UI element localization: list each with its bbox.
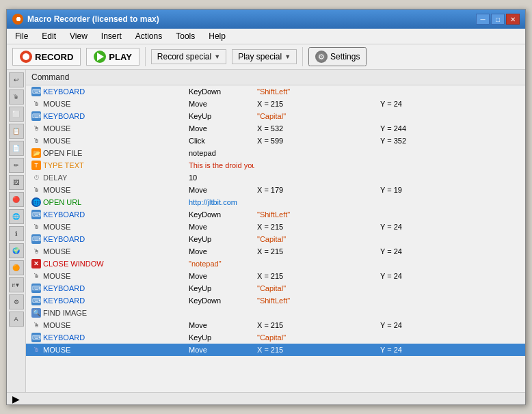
sidebar-icon-if[interactable]: if▼ — [9, 277, 24, 292]
val2-cell — [377, 263, 453, 264]
sidebar-icon-4[interactable]: 📄 — [9, 141, 24, 156]
play-triangle — [97, 53, 104, 61]
play-button[interactable]: PLAY — [86, 48, 139, 66]
menu-file[interactable]: File — [10, 30, 34, 42]
sidebar-icon-2[interactable]: ⬜ — [9, 107, 24, 122]
val1-cell: "Capital" — [254, 234, 377, 244]
table-row[interactable]: ⌨ KEYBOARD KeyDown "ShiftLeft" — [26, 208, 525, 221]
sidebar-icon-9[interactable]: ℹ — [9, 226, 24, 241]
val2-cell — [377, 91, 453, 92]
cmd-cell: 🖱 MOUSE — [29, 271, 186, 281]
maximize-button[interactable]: □ — [491, 14, 505, 25]
menu-help[interactable]: Help — [203, 30, 231, 42]
val2-cell: Y = 24 — [377, 99, 453, 109]
play-icon — [94, 51, 106, 63]
play-special-arrow: ▼ — [284, 53, 291, 60]
title-bar: ⏺ Macro Recorder (licensed to max) ─ □ ✕ — [7, 10, 525, 29]
action-cell: Click — [186, 136, 254, 146]
sidebar-icon-3[interactable]: 📋 — [9, 124, 24, 139]
menu-actions[interactable]: Actions — [130, 30, 168, 42]
record-dot — [23, 53, 29, 60]
table-row[interactable]: 🖱 MOUSE Move X = 215 Y = 24 — [26, 270, 525, 282]
val1-cell: "Capital" — [254, 333, 377, 342]
menu-insert[interactable]: Insert — [96, 30, 127, 42]
play-special-button[interactable]: Play special ▼ — [232, 49, 297, 64]
val2-cell: Y = 352 — [377, 136, 453, 146]
table-row[interactable]: ✕ CLOSE WINDOW "notepad" — [26, 258, 525, 270]
table-row[interactable]: 🌐 OPEN URL http://jltbit.com — [26, 196, 525, 208]
toolbar-separator — [145, 47, 146, 66]
val2-cell: Y = 24 — [377, 247, 453, 256]
sidebar-icon-8[interactable]: 🌐 — [9, 209, 24, 224]
settings-button[interactable]: ⚙ Settings — [308, 47, 367, 66]
record-button[interactable]: RECORD — [12, 48, 81, 66]
main-table-area: Command ⌨ KEYBOARD KeyDown "ShiftLeft" 🖱… — [26, 70, 525, 392]
openfile-icon: 📂 — [31, 148, 41, 158]
toolbar: RECORD PLAY Record special ▼ Play specia… — [7, 44, 525, 70]
val1-cell — [254, 165, 377, 166]
action-cell: 10 — [186, 173, 254, 182]
table-row[interactable]: 🔍 FIND IMAGE — [26, 307, 525, 319]
sidebar-icon-11[interactable]: 🟠 — [9, 260, 24, 275]
record-special-button[interactable]: Record special ▼ — [151, 49, 226, 64]
table-row[interactable]: 🖱 MOUSE Move X = 215 Y = 24 — [26, 221, 525, 233]
header-command: Command — [29, 71, 186, 83]
menu-view[interactable]: View — [64, 30, 93, 42]
table-row[interactable]: ⌨ KEYBOARD KeyUp "Capital" — [26, 331, 525, 344]
table-row[interactable]: ⌨ KEYBOARD KeyUp "Capital" — [26, 233, 525, 245]
table-row[interactable]: ⌨ KEYBOARD KeyUp "Capital" — [26, 110, 525, 122]
val1-cell — [254, 263, 377, 264]
sidebar-icon-10[interactable]: 🌍 — [9, 243, 24, 258]
sidebar-icon-a[interactable]: A — [9, 312, 24, 327]
kb-icon: ⌨ — [31, 111, 41, 121]
sidebar-icon-1[interactable]: 🖱 — [9, 89, 24, 105]
val2-cell — [377, 165, 453, 166]
table-row[interactable]: 🖱 MOUSE Move X = 179 Y = 19 — [26, 184, 525, 196]
title-bar-buttons: ─ □ ✕ — [476, 14, 520, 25]
action-cell — [186, 312, 254, 314]
val1-cell: "Capital" — [254, 111, 377, 121]
sidebar-icon-7[interactable]: 🔴 — [9, 192, 24, 207]
typetext-icon: T — [31, 161, 41, 170]
table-row[interactable]: ⏱ DELAY 10 — [26, 171, 525, 184]
status-bar: ▶ — [7, 392, 525, 404]
table-row[interactable]: 🖱 MOUSE Move X = 215 Y = 24 — [26, 98, 525, 110]
table-row[interactable]: 🖱 MOUSE Move X = 215 Y = 24 — [26, 319, 525, 331]
status-arrow[interactable]: ▶ — [12, 394, 20, 404]
action-cell: KeyDown — [186, 87, 254, 96]
menu-tools[interactable]: Tools — [170, 30, 200, 42]
record-icon — [20, 51, 32, 63]
val1-cell — [254, 312, 377, 314]
table-row[interactable]: T TYPE TEXT This is the droid you're loo… — [26, 159, 525, 171]
sidebar-icon-5[interactable]: ✏ — [9, 158, 24, 173]
left-sidebar: ↩ 🖱 ⬜ 📋 📄 ✏ 🖼 🔴 🌐 ℹ 🌍 🟠 if▼ ⚙ A — [7, 70, 26, 392]
cmd-cell: 🔍 FIND IMAGE — [29, 307, 186, 318]
table-row[interactable]: ⌨ KEYBOARD KeyUp "Capital" — [26, 282, 525, 294]
table-row[interactable]: ⌨ KEYBOARD KeyDown "ShiftLeft" — [26, 294, 525, 307]
table-row-selected[interactable]: 🖱 MOUSE Move X = 215 Y = 24 — [26, 344, 525, 356]
table-row[interactable]: ⌨ KEYBOARD KeyDown "ShiftLeft" — [26, 85, 525, 98]
table-row[interactable]: 🖱 MOUSE Click X = 599 Y = 352 — [26, 135, 525, 147]
val2-cell — [377, 300, 453, 301]
minimize-button[interactable]: ─ — [476, 14, 490, 25]
cmd-cell: 🖱 MOUSE — [29, 320, 186, 331]
cmd-cell: 🖱 MOUSE — [29, 135, 186, 146]
table-row[interactable]: 📂 OPEN FILE notepad — [26, 147, 525, 159]
sidebar-icon-0[interactable]: ↩ — [9, 72, 24, 87]
menu-edit[interactable]: Edit — [36, 30, 62, 42]
action-cell: Move — [186, 247, 254, 256]
app-icon: ⏺ — [12, 14, 23, 25]
val2-cell — [377, 238, 453, 240]
table-row[interactable]: 🖱 MOUSE Move X = 532 Y = 244 — [26, 122, 525, 135]
sidebar-icon-settings[interactable]: ⚙ — [9, 294, 24, 309]
val2-cell — [377, 202, 453, 203]
cmd-cell: 🖱 MOUSE — [29, 221, 186, 232]
mouse-icon: 🖱 — [31, 124, 41, 133]
table-row[interactable]: 🖱 MOUSE Move X = 215 Y = 24 — [26, 245, 525, 258]
val2-cell: Y = 24 — [377, 271, 453, 281]
table-body[interactable]: ⌨ KEYBOARD KeyDown "ShiftLeft" 🖱 MOUSE M… — [26, 85, 525, 392]
sidebar-icon-6[interactable]: 🖼 — [9, 175, 24, 190]
close-button[interactable]: ✕ — [506, 14, 520, 25]
val1-cell: "ShiftLeft" — [254, 296, 377, 305]
title-bar-left: ⏺ Macro Recorder (licensed to max) — [12, 14, 159, 25]
